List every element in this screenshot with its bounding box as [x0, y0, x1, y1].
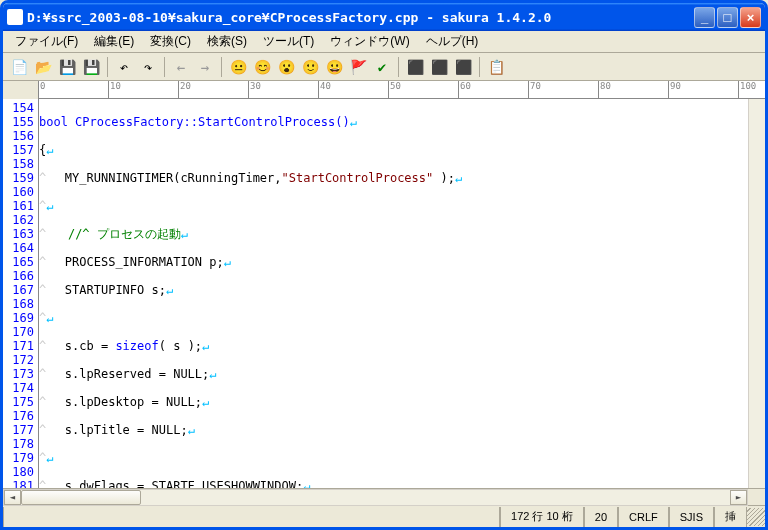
horizontal-scrollbar[interactable]: ◄ ►: [3, 488, 765, 505]
menu-help[interactable]: ヘルプ(H): [418, 31, 487, 52]
new-icon[interactable]: 📄: [9, 57, 29, 77]
line-gutter: 1541551561571581591601611621631641651661…: [3, 99, 38, 488]
face2-icon[interactable]: 😊: [252, 57, 272, 77]
tool1-icon[interactable]: ⬛: [405, 57, 425, 77]
app-icon: [7, 9, 23, 25]
status-main: [3, 507, 500, 527]
menu-file[interactable]: ファイル(F): [7, 31, 86, 52]
scroll-right-icon[interactable]: ►: [730, 490, 747, 505]
vertical-scrollbar[interactable]: [748, 99, 765, 488]
face4-icon[interactable]: 🙂: [300, 57, 320, 77]
titlebar[interactable]: D:¥ssrc_2003-08-10¥sakura_core¥CProcessF…: [3, 3, 765, 31]
editor[interactable]: 1541551561571581591601611621631641651661…: [3, 99, 765, 488]
maximize-button[interactable]: □: [717, 7, 738, 28]
status-mode: 挿: [714, 507, 747, 527]
status-crlf: CRLF: [618, 507, 669, 527]
statusbar: 172 行 10 桁 20 CRLF SJIS 挿: [3, 505, 765, 527]
code-area[interactable]: bool CProcessFactory::StartControlProces…: [38, 99, 765, 488]
face1-icon[interactable]: 😐: [228, 57, 248, 77]
close-button[interactable]: ×: [740, 7, 761, 28]
menu-convert[interactable]: 変換(C): [142, 31, 199, 52]
save-icon[interactable]: 💾: [57, 57, 77, 77]
ruler: 0102030405060708090100: [38, 81, 765, 99]
open-icon[interactable]: 📂: [33, 57, 53, 77]
window-title: D:¥ssrc_2003-08-10¥sakura_core¥CProcessF…: [27, 10, 694, 25]
scroll-thumb[interactable]: [21, 490, 141, 505]
resize-grip[interactable]: [747, 508, 765, 526]
main-window: D:¥ssrc_2003-08-10¥sakura_core¥CProcessF…: [0, 0, 768, 530]
face3-icon[interactable]: 😮: [276, 57, 296, 77]
toolbar: 📄 📂 💾 💾 ↶ ↷ ← → 😐 😊 😮 🙂 😀 🚩 ✔ ⬛ ⬛ ⬛ 📋: [3, 53, 765, 81]
status-column: 20: [584, 507, 618, 527]
menu-window[interactable]: ウィンドウ(W): [322, 31, 417, 52]
status-position: 172 行 10 桁: [500, 507, 584, 527]
scroll-left-icon[interactable]: ◄: [4, 490, 21, 505]
tool3-icon[interactable]: ⬛: [453, 57, 473, 77]
menu-edit[interactable]: 編集(E): [86, 31, 142, 52]
minimize-button[interactable]: _: [694, 7, 715, 28]
menubar: ファイル(F) 編集(E) 変換(C) 検索(S) ツール(T) ウィンドウ(W…: [3, 31, 765, 53]
face5-icon[interactable]: 😀: [324, 57, 344, 77]
undo-icon[interactable]: ↶: [114, 57, 134, 77]
menu-tool[interactable]: ツール(T): [255, 31, 322, 52]
status-encoding: SJIS: [669, 507, 714, 527]
forward-icon[interactable]: →: [195, 57, 215, 77]
menu-search[interactable]: 検索(S): [199, 31, 255, 52]
redo-icon[interactable]: ↷: [138, 57, 158, 77]
tool2-icon[interactable]: ⬛: [429, 57, 449, 77]
saveall-icon[interactable]: 💾: [81, 57, 101, 77]
back-icon[interactable]: ←: [171, 57, 191, 77]
flag-icon[interactable]: 🚩: [348, 57, 368, 77]
check-icon[interactable]: ✔: [372, 57, 392, 77]
tool4-icon[interactable]: 📋: [486, 57, 506, 77]
